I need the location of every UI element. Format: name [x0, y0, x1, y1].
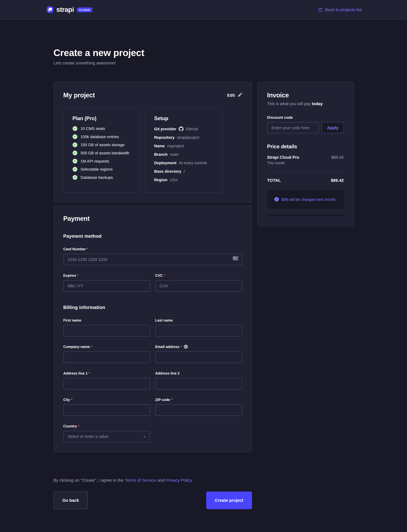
required-marker: *: [91, 344, 92, 349]
edit-project-button[interactable]: Edit: [227, 93, 242, 98]
privacy-policy-link[interactable]: Privacy Policy: [166, 478, 192, 483]
cvc-input[interactable]: [155, 280, 242, 292]
zip-code-input[interactable]: [155, 404, 242, 416]
next-month-notice: i $99 will be charged next month.: [267, 190, 344, 209]
total-row: TOTAL $89.42: [267, 178, 344, 183]
address-line-1-label: Address line 1*: [63, 371, 150, 375]
cloud-badge: CLOUD: [77, 7, 92, 12]
notice-text: $99 will be charged next month.: [282, 197, 337, 201]
back-arrow-icon: [318, 8, 322, 12]
payment-method-title: Payment method: [63, 233, 242, 239]
apply-discount-button[interactable]: Apply: [322, 122, 344, 133]
required-marker: *: [77, 273, 78, 277]
card-number-wrap: [63, 254, 242, 265]
setup-row: Branchmain: [154, 152, 213, 157]
first-name-label: First name: [63, 318, 150, 322]
credit-card-icon: [233, 256, 238, 262]
invoice-subtitle: This is what you will pay today: [267, 102, 344, 106]
total-label: TOTAL: [267, 178, 281, 183]
price-item-name: Strapi Cloud Pro: [267, 155, 299, 160]
setup-row-label: Deployment: [154, 161, 177, 165]
setup-row-value: /: [184, 169, 185, 173]
invoice-divider: [267, 171, 344, 172]
back-to-projects-link[interactable]: Back to projects list: [318, 7, 362, 12]
discount-code-input[interactable]: [267, 122, 319, 133]
setup-row-label: Repository: [154, 135, 174, 139]
create-project-button[interactable]: Create project: [206, 492, 252, 509]
edit-button-label: Edit: [227, 93, 235, 98]
expires-input[interactable]: [63, 280, 150, 292]
content-columns: My project Edit Plan (Pro) ✓10 CMS: [53, 82, 354, 452]
back-link-label: Back to projects list: [325, 7, 361, 12]
my-project-card: My project Edit Plan (Pro) ✓10 CMS: [53, 82, 252, 202]
page-heading: Create a new project Lets create somethi…: [53, 20, 354, 65]
plan-feature: ✓150 GB of assets storage: [72, 142, 131, 147]
plan-feature-label: Selectable regions: [80, 167, 113, 171]
country-select-placeholder: Select or enter a value: [68, 434, 108, 439]
setup-row-label: Base directory: [154, 169, 181, 173]
plan-feature: ✓500 GB of assets bandwidth: [72, 151, 131, 156]
company-email-row: Company name* Email address* i: [63, 336, 242, 363]
project-summary-panels: Plan (Pro) ✓10 CMS seats ✓100k database …: [63, 108, 242, 193]
setup-row-value: At every commit: [179, 161, 207, 165]
setup-row-value: USA: [170, 178, 178, 182]
invoice-title: Invoice: [267, 92, 344, 99]
first-name-input[interactable]: [63, 325, 150, 336]
expires-label: Expires*: [63, 273, 150, 277]
expiry-cvc-row: Expires* CVC*: [63, 265, 242, 292]
address-line-2-label: Address line 2: [155, 371, 242, 375]
setup-panel-title: Setup: [154, 115, 213, 121]
check-icon: ✓: [72, 167, 77, 172]
setup-row: Repositorystrapi/project: [154, 135, 213, 140]
invoice-column: Invoice This is what you will pay today …: [257, 82, 354, 226]
main-column: My project Edit Plan (Pro) ✓10 CMS: [53, 82, 252, 452]
required-marker: *: [89, 371, 90, 375]
zip-code-label: ZIP code*: [155, 398, 242, 402]
address-line-1-input[interactable]: [63, 378, 150, 390]
card-number-label: Card Number*: [63, 247, 242, 251]
chevron-down-icon: ▼: [143, 435, 146, 438]
card-number-input[interactable]: [63, 254, 242, 265]
last-name-input[interactable]: [155, 325, 242, 336]
payment-card: Payment Payment method Card Number*: [53, 205, 252, 452]
city-label: City*: [63, 398, 150, 402]
plan-panel-title: Plan (Pro): [72, 115, 131, 121]
strapi-logo-icon: [47, 7, 53, 13]
plan-feature: ✓1M API requests: [72, 159, 131, 164]
plan-feature-label: Database backups: [80, 175, 113, 180]
country-select[interactable]: Select or enter a value ▼: [63, 431, 150, 442]
invoice-bottom-divider: [267, 214, 344, 216]
my-project-card-header: My project Edit: [63, 92, 242, 99]
city-input[interactable]: [63, 404, 150, 416]
setup-row-value: strapi/project: [177, 135, 199, 139]
setup-row: DeploymentAt every commit: [154, 160, 213, 165]
last-name-label: Last name: [155, 318, 242, 322]
required-marker: *: [164, 273, 165, 277]
discount-code-label: Discount code: [267, 115, 344, 119]
country-label: Country*: [63, 424, 242, 428]
go-back-button[interactable]: Go back: [53, 492, 88, 509]
plan-feature: ✓10 CMS seats: [72, 126, 131, 131]
brand: strapi CLOUD: [47, 6, 92, 14]
check-icon: ✓: [72, 151, 77, 156]
plan-feature: ✓Selectable regions: [72, 167, 131, 172]
top-navigation-bar: strapi CLOUD Back to projects list: [0, 0, 407, 20]
required-marker: *: [180, 344, 182, 349]
terms-of-service-link[interactable]: Terms of Service: [125, 478, 156, 483]
check-icon: ✓: [72, 142, 77, 147]
required-marker: *: [78, 424, 79, 428]
setup-panel: Setup Git provider GitHub Repositorystra…: [145, 108, 222, 193]
page-subtitle: Lets create something awesome!: [53, 61, 354, 66]
required-marker: *: [71, 398, 72, 402]
plan-feature: ✓100k database entries: [72, 134, 131, 139]
address-line-2-input[interactable]: [155, 378, 242, 390]
plan-feature-label: 10 CMS seats: [80, 126, 105, 131]
setup-row-label: Git provider: [154, 127, 176, 131]
check-icon: ✓: [72, 159, 77, 164]
payment-title: Payment: [63, 215, 242, 223]
company-name-input[interactable]: [63, 351, 150, 363]
email-address-input[interactable]: [155, 351, 242, 363]
setup-row-value: main: [170, 152, 179, 156]
setup-row-label: Branch: [154, 152, 168, 156]
setup-row: RegionUSA: [154, 177, 213, 182]
